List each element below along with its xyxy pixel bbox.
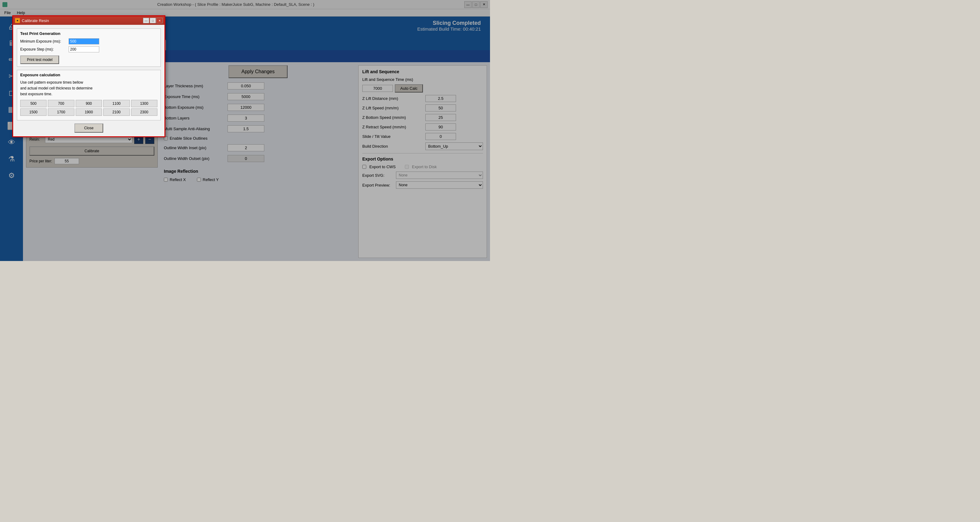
exposure-cell-9: 2300 [131,108,158,116]
exposure-calc-section: Exposure calculation Use cell pattern ex… [17,70,161,120]
exposure-cell-1: 700 [48,100,74,107]
exposure-cell-0: 500 [20,100,46,107]
modal-title-left: ■ Calibrate Resin [15,18,49,23]
modal-icon: ■ [15,18,20,23]
modal-minimize-button[interactable]: — [143,18,149,23]
min-exposure-label: Minimum Exposure (ms): [20,39,66,43]
modal-overlay: ■ Calibrate Resin — □ ✕ Test Print Gener… [0,0,490,261]
exposure-calc-title: Exposure calculation [20,73,158,77]
min-exposure-row: Minimum Exposure (ms): [20,38,158,45]
exposure-cell-7: 1900 [76,108,102,116]
exposure-cell-8: 2100 [103,108,130,116]
test-print-title: Test Print Generation [20,31,158,36]
print-test-model-button[interactable]: Print test model [20,56,59,64]
exposure-step-row: Exposure Step (ms): [20,46,158,53]
exposure-step-label: Exposure Step (ms): [20,47,66,51]
modal-controls: — □ ✕ [143,18,162,23]
modal-titlebar: ■ Calibrate Resin — □ ✕ [13,16,164,25]
modal-close-button[interactable]: ✕ [156,18,162,23]
test-print-section: Test Print Generation Minimum Exposure (… [17,29,161,67]
modal-title-text: Calibrate Resin [22,18,49,23]
calibrate-resin-modal: ■ Calibrate Resin — □ ✕ Test Print Gener… [12,15,165,137]
min-exposure-input[interactable] [68,38,99,45]
exposure-cell-3: 1100 [103,100,130,107]
exposure-cell-5: 1500 [20,108,46,116]
modal-maximize-button[interactable]: □ [150,18,156,23]
exposure-cell-2: 900 [76,100,102,107]
exposure-step-input[interactable] [68,46,99,53]
exposure-calc-text: Use cell pattern exposure times bellow a… [20,80,158,97]
modal-bottom-close-button[interactable]: Close [75,123,103,133]
exposure-values-grid: 500 700 900 1100 1300 1500 1700 1900 210… [20,100,158,116]
exposure-cell-6: 1700 [48,108,74,116]
modal-body: Test Print Generation Minimum Exposure (… [13,25,164,136]
exposure-cell-4: 1300 [131,100,158,107]
